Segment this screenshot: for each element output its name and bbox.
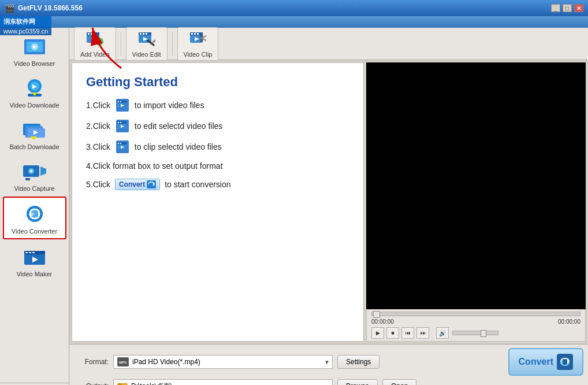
step-2-icon <box>116 120 129 132</box>
svg-rect-69 <box>118 143 119 144</box>
output-dropdown[interactable]: D:\tools\桌面\ ▼ <box>113 379 333 385</box>
sidebar: Video Browser Video Downloade <box>0 28 69 385</box>
toolbar-separator-2 <box>172 32 173 55</box>
time-start: 00:00:00 <box>371 319 394 325</box>
time-labels: 00:00:00 00:00:00 <box>371 319 580 325</box>
step-3-icon <box>116 140 129 153</box>
step-3: 3.Click to clip selectd video files <box>86 140 349 153</box>
video-timeline: 00:00:00 00:00:00 ▶ ■ ⏮ ⏭ 🔊 <box>366 309 586 342</box>
close-button[interactable]: ✕ <box>574 4 583 12</box>
toolbar: Add Video Video Edit <box>69 28 588 60</box>
svg-rect-26 <box>25 252 28 253</box>
output-row: Output: D:\tools\桌面\ ▼ Browse <box>74 379 583 385</box>
add-video-label: Add Video <box>80 51 110 58</box>
browse-button[interactable]: Browse <box>337 379 378 385</box>
sidebar-item-video-maker[interactable]: Video Maker <box>3 240 66 281</box>
convert-icon <box>557 354 573 370</box>
video-clip-label: Video Clip <box>184 51 213 58</box>
step-1-icon <box>116 99 129 112</box>
format-row: Format: MPG iPad HD Video(*.mp4) ▼ Setti… <box>74 348 583 376</box>
play-button[interactable]: ▶ <box>371 327 384 339</box>
svg-rect-65 <box>120 122 121 123</box>
step-3-number: 3.Click <box>86 142 113 151</box>
maximize-button[interactable]: □ <box>563 4 572 12</box>
add-video-button[interactable]: Add Video <box>74 27 116 61</box>
next-frame-button[interactable]: ⏭ <box>416 327 429 339</box>
open-button[interactable]: Open <box>382 379 416 385</box>
svg-marker-15 <box>40 166 46 176</box>
svg-point-56 <box>200 39 203 42</box>
svg-text:F: F <box>31 212 35 217</box>
step-2-number: 2.Click <box>86 121 113 131</box>
output-label: Output: <box>74 382 109 385</box>
step-5-text: to start conversion <box>162 180 230 189</box>
svg-point-17 <box>30 170 32 172</box>
getting-started-panel: Getting Started 1.Click to import vi <box>72 62 364 342</box>
volume-slider[interactable] <box>452 331 498 335</box>
step-4: 4.Click format box to set output format <box>86 161 349 171</box>
sidebar-item-video-converter-label: Video Converter <box>12 228 57 235</box>
step-1-text: to import video files <box>132 101 204 110</box>
browse-label: Browse <box>346 382 369 385</box>
step-5: 5.Click Convert to start conversion <box>86 179 349 190</box>
timeline-handle[interactable] <box>373 311 380 318</box>
sidebar-options[interactable]: ⚙️ Options ▼ <box>0 383 69 385</box>
playback-controls: ▶ ■ ⏮ ⏭ 🔊 <box>371 327 580 339</box>
bottom-bar: Format: MPG iPad HD Video(*.mp4) ▼ Setti… <box>69 344 588 385</box>
video-edit-icon <box>137 30 156 50</box>
sidebar-item-video-capture-label: Video Capture <box>14 185 54 192</box>
step-1-number: 1.Click <box>86 101 113 110</box>
timeline-bar[interactable] <box>371 312 580 316</box>
app-logo: 🎬 <box>5 3 14 13</box>
step-3-text: to clip selectd video files <box>132 142 222 151</box>
svg-rect-59 <box>118 101 119 102</box>
video-edit-label: Video Edit <box>132 51 161 58</box>
output-dropdown-arrow: ▼ <box>324 383 330 386</box>
sidebar-item-video-capture[interactable]: Video Capture <box>3 155 66 195</box>
utilities-label[interactable]: Utilities <box>3 19 27 25</box>
format-dropdown-arrow: ▼ <box>324 359 330 365</box>
volume-handle[interactable] <box>481 330 486 337</box>
video-edit-button[interactable]: Video Edit <box>126 27 168 61</box>
svg-rect-32 <box>88 33 90 35</box>
main-content: Add Video Video Edit <box>69 28 588 385</box>
utilities-bar: Utilities <box>0 16 588 28</box>
video-clip-button[interactable]: Video Clip <box>177 27 219 61</box>
svg-text:MPG: MPG <box>119 361 127 364</box>
volume-area: 🔊 <box>436 327 498 339</box>
svg-rect-64 <box>118 122 119 123</box>
svg-rect-41 <box>140 33 142 35</box>
sidebar-item-video-converter[interactable]: F Video Converter <box>3 197 66 239</box>
video-converter-icon: F <box>21 202 49 225</box>
step-1: 1.Click to import video files <box>86 99 349 112</box>
svg-rect-60 <box>120 101 121 102</box>
svg-rect-34 <box>94 33 95 35</box>
title-bar: 🎬 GetFLV 18.5866.556 _ □ ✕ <box>0 0 588 16</box>
svg-rect-51 <box>197 33 199 35</box>
app-title: GetFLV 18.5866.556 <box>18 4 83 12</box>
step-2: 2.Click to edit selectd video files <box>86 120 349 132</box>
video-clip-icon <box>189 30 207 50</box>
svg-rect-50 <box>194 33 196 35</box>
convert-label: Convert <box>519 357 553 367</box>
step-5-number: 5.Click <box>86 180 113 189</box>
convert-button[interactable]: Convert <box>508 348 583 376</box>
app-body: Video Browser Video Downloade <box>0 28 588 385</box>
format-label: Format: <box>74 358 109 366</box>
output-value: D:\tools\桌面\ <box>131 382 172 386</box>
prev-frame-button[interactable]: ⏮ <box>401 327 414 339</box>
stop-button[interactable]: ■ <box>386 327 399 339</box>
sidebar-item-batch-downloader[interactable]: Batch Downloade <box>3 113 66 154</box>
volume-button[interactable]: 🔊 <box>436 327 449 339</box>
svg-rect-43 <box>146 33 147 35</box>
svg-rect-70 <box>120 143 121 144</box>
sidebar-item-video-browser[interactable]: Video Browser <box>3 30 66 71</box>
sidebar-item-video-downloader[interactable]: Video Downloade <box>3 72 66 112</box>
sidebar-item-video-downloader-label: Video Downloade <box>9 102 59 109</box>
minimize-button[interactable]: _ <box>551 4 560 12</box>
svg-rect-49 <box>191 33 193 35</box>
format-icon: MPG <box>117 357 129 367</box>
format-dropdown[interactable]: MPG iPad HD Video(*.mp4) ▼ <box>113 355 333 369</box>
settings-button[interactable]: Settings <box>337 355 379 369</box>
svg-rect-42 <box>143 33 144 35</box>
